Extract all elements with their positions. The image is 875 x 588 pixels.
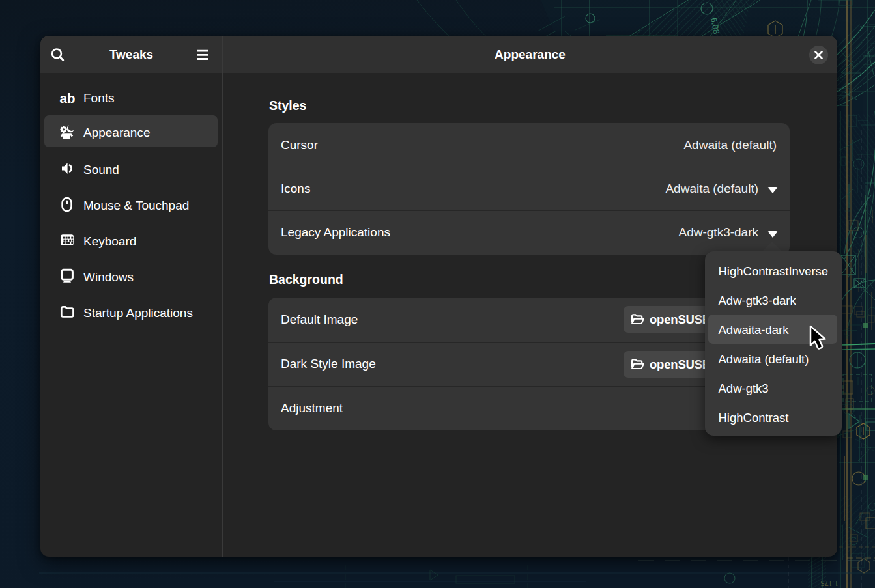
svg-text:1.175: 1.175 [820,580,839,587]
svg-text:ab: ab [60,90,76,104]
